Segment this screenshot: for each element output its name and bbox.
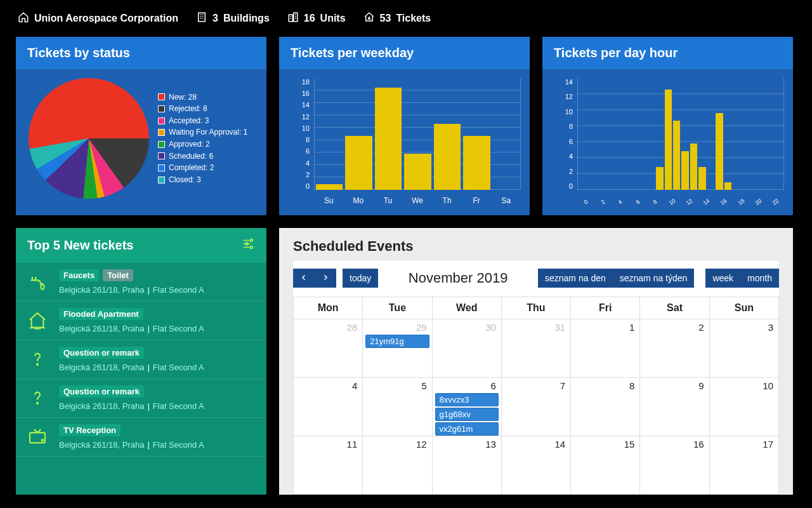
calendar-day-cell[interactable]: 1: [571, 319, 640, 378]
calendar-weekday-header: Fri: [571, 297, 640, 319]
ticket-item[interactable]: Flooded ApartmentBelgická 261/18, Praha|…: [16, 302, 266, 340]
day-number: 4: [352, 380, 357, 391]
legend-item: Completed: 2: [158, 162, 247, 174]
header-buildings[interactable]: 3 Buildings: [196, 11, 270, 25]
filter-icon[interactable]: [241, 237, 255, 254]
ticket-address: Belgická 261/18, Praha: [59, 285, 144, 295]
view-month-button[interactable]: month: [740, 269, 779, 288]
calendar-day-cell[interactable]: 9: [640, 378, 709, 436]
calendar-event[interactable]: vx2g61m: [435, 422, 499, 436]
calendar-day-cell[interactable]: 5: [363, 378, 432, 436]
ticket-tag: Faucets: [59, 269, 99, 281]
tickets-label: Tickets: [396, 13, 431, 24]
calendar-day-cell[interactable]: 12: [363, 436, 432, 495]
bar: [698, 167, 705, 190]
calendar-weekday-header: Wed: [432, 297, 501, 319]
calendar-prev-button[interactable]: [293, 269, 315, 288]
calendar-day-cell[interactable]: 2921ym91g: [363, 319, 432, 378]
calendar-day-cell[interactable]: 4: [294, 378, 363, 436]
calendar-day-cell[interactable]: 3: [709, 319, 778, 378]
calendar-next-button[interactable]: [315, 269, 336, 288]
pie-chart: [29, 78, 149, 199]
ticket-item[interactable]: Question or remarkBelgická 261/18, Praha…: [16, 340, 266, 379]
calendar-toolbar: today November 2019 seznam na den seznam…: [293, 264, 779, 297]
day-number: 1: [629, 322, 634, 333]
day-number: 10: [763, 380, 773, 391]
calendar-day-cell[interactable]: 17: [709, 436, 778, 495]
calendar-day-cell[interactable]: 28: [294, 319, 363, 378]
day-number: 6: [491, 380, 496, 391]
day-number: 5: [421, 380, 426, 391]
calendar-day-cell[interactable]: 30: [432, 319, 501, 378]
ticket-list: FaucetsToiletBelgická 261/18, Praha|Flat…: [16, 263, 266, 457]
bar: [434, 124, 461, 190]
header-company[interactable]: Union Aerospace Corporation: [18, 11, 178, 25]
calendar-weekday-header: Sun: [709, 297, 778, 319]
faucet-icon: [26, 271, 49, 293]
house-icon: [26, 309, 49, 332]
calendar-day-cell[interactable]: 2: [640, 319, 709, 378]
calendar-day-cell[interactable]: 16: [640, 436, 709, 495]
svg-point-9: [42, 439, 44, 441]
legend-item: Rejected: 8: [158, 103, 247, 115]
day-number: 2: [698, 322, 704, 333]
ticket-item[interactable]: TV ReceptionBelgická 261/18, Praha|Flat …: [16, 418, 266, 457]
card-scheduled-events: Scheduled Events today November 2019: [279, 228, 793, 495]
ticket-address: Belgická 261/18, Praha: [59, 324, 144, 333]
calendar-day-cell[interactable]: 68xvvzx3g1g68xvvx2g61m: [432, 378, 501, 436]
view-list-week-button[interactable]: seznam na týden: [613, 269, 695, 288]
header-tickets[interactable]: 53 Tickets: [363, 11, 431, 25]
calendar-event[interactable]: 21ym91g: [365, 335, 429, 348]
tickets-count: 53: [380, 13, 391, 24]
svg-rect-0: [199, 13, 206, 22]
calendar-day-cell[interactable]: 10: [709, 378, 778, 436]
bar: [656, 167, 663, 190]
card-tickets-per-hour: Tickets per day hour 02468101214 0246810…: [542, 37, 793, 215]
bar: [716, 113, 723, 190]
calendar-day-cell[interactable]: 31: [501, 319, 570, 378]
svg-point-3: [251, 239, 253, 242]
chart-y-axis: 024681012141618: [291, 78, 310, 190]
calendar-day-cell[interactable]: 15: [571, 436, 640, 495]
card-top-new-tickets: Top 5 New tickets FaucetsToiletBelgická …: [16, 228, 266, 495]
bar-chart-weekday: [316, 82, 520, 190]
calendar-day-cell[interactable]: 11: [294, 436, 363, 495]
ticket-item[interactable]: Question or remarkBelgická 261/18, Praha…: [16, 379, 266, 418]
units-count: 16: [304, 13, 315, 24]
card-title: Tickets by status: [16, 37, 266, 69]
chart-y-axis: 02468101214: [554, 78, 573, 190]
calendar-day-cell[interactable]: 7: [501, 378, 570, 436]
calendar-weekday-header: Tue: [363, 297, 432, 319]
calendar-day-cell[interactable]: 14: [501, 436, 570, 495]
today-button[interactable]: today: [343, 269, 378, 288]
card-title: Top 5 New tickets: [27, 238, 133, 253]
ticket-unit: Flat Second A: [153, 324, 204, 333]
calendar-day-cell[interactable]: 13: [432, 436, 501, 495]
ticket-item[interactable]: FaucetsToiletBelgická 261/18, Praha|Flat…: [16, 263, 266, 302]
bar: [316, 184, 343, 190]
ticket-unit: Flat Second A: [153, 363, 204, 372]
ticket-tag: Question or remark: [59, 347, 144, 359]
ticket-tag: Flooded Apartment: [59, 308, 143, 320]
page-header: Union Aerospace Corporation 3 Buildings …: [0, 0, 812, 37]
ticket-tag: TV Reception: [59, 424, 121, 436]
view-week-button[interactable]: week: [705, 269, 740, 288]
view-list-day-button[interactable]: seznam na den: [538, 269, 613, 288]
calendar-day-cell[interactable]: 8: [571, 378, 640, 436]
day-number: 16: [693, 439, 704, 450]
calendar-event[interactable]: g1g68xv: [435, 408, 499, 421]
ticket-tag: Toilet: [103, 269, 133, 281]
ticket-unit: Flat Second A: [153, 401, 204, 411]
card-title: Tickets per day hour: [542, 37, 793, 69]
legend-item: Scheduled: 6: [158, 150, 247, 163]
bar: [404, 154, 431, 190]
units-label: Units: [320, 13, 346, 24]
svg-point-7: [37, 403, 38, 404]
svg-point-5: [251, 246, 253, 249]
calendar-event[interactable]: 8xvvzx3: [435, 393, 499, 406]
card-title: Scheduled Events: [279, 228, 793, 261]
header-units[interactable]: 16 Units: [287, 11, 346, 25]
day-number: 15: [624, 439, 635, 450]
question-icon: [26, 348, 49, 371]
question-icon: [26, 387, 49, 410]
